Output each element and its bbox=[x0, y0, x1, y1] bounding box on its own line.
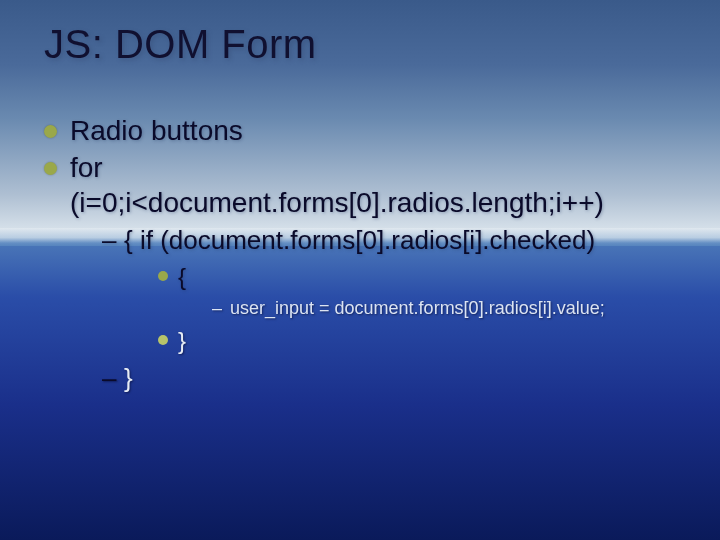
bullet-text-for-cond: (i=0;i<document.forms[0].radios.length;i… bbox=[70, 187, 604, 218]
bullet-list-level1: Radio buttons for (i=0;i<document.forms[… bbox=[44, 113, 702, 396]
bullet-text: } bbox=[178, 327, 186, 354]
slide: JS: DOM Form Radio buttons for (i=0;i<do… bbox=[0, 0, 720, 540]
bullet-close-brace-outer: } bbox=[102, 362, 702, 396]
bullet-list-level2-close: } bbox=[102, 362, 702, 396]
bullet-text-for: for bbox=[70, 152, 103, 183]
bullet-text: } bbox=[124, 363, 133, 393]
bullet-close-brace-inner: } bbox=[158, 324, 702, 358]
bullet-radio-buttons: Radio buttons bbox=[44, 113, 702, 148]
bullet-text: { if (document.forms[0].radios[i].checke… bbox=[124, 225, 595, 255]
bullet-list-level4: user_input = document.forms[0].radios[i]… bbox=[212, 295, 702, 322]
bullet-list-level2: { if (document.forms[0].radios[i].checke… bbox=[102, 224, 702, 358]
slide-content: JS: DOM Form Radio buttons for (i=0;i<do… bbox=[0, 0, 720, 396]
bullet-text: { bbox=[178, 263, 186, 290]
bullet-text: Radio buttons bbox=[70, 115, 243, 146]
bullet-if-checked: { if (document.forms[0].radios[i].checke… bbox=[102, 224, 702, 358]
bullet-open-brace: { user_input = document.forms[0].radios[… bbox=[158, 260, 702, 323]
bullet-list-level3: { user_input = document.forms[0].radios[… bbox=[158, 260, 702, 323]
slide-title: JS: DOM Form bbox=[44, 22, 702, 67]
bullet-for-loop: for (i=0;i<document.forms[0].radios.leng… bbox=[44, 150, 702, 396]
bullet-text: user_input = document.forms[0].radios[i]… bbox=[230, 298, 605, 318]
bullet-list-level3-close: } bbox=[158, 324, 702, 358]
bullet-user-input: user_input = document.forms[0].radios[i]… bbox=[212, 295, 702, 322]
